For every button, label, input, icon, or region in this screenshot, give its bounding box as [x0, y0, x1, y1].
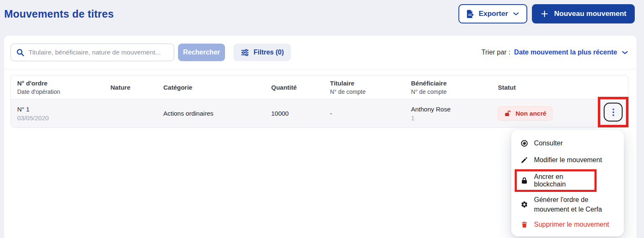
document-export-icon [465, 9, 474, 18]
table-header-row: N° d'ordre Date d'opération Nature Catég… [11, 75, 628, 99]
cell-quantity: 10000 [271, 110, 330, 117]
search-button[interactable]: Rechercher [178, 44, 225, 61]
export-button-label: Exporter [479, 10, 508, 18]
menu-item-supprimer[interactable]: Supprimer le mouvement [521, 216, 624, 233]
toolbar: Rechercher Filtres (0) Trier par : Date … [4, 36, 636, 70]
menu-item-consulter[interactable]: Consulter [521, 135, 624, 152]
menu-item-label: Supprimer le mouvement [534, 221, 609, 228]
col-header-beneficiary: Bénéficiaire [411, 80, 498, 87]
col-header-holder: Titulaire [330, 80, 411, 87]
col-header-status: Statut [498, 84, 598, 91]
cell-beneficiary-account: 1 [411, 114, 498, 122]
movements-table: N° d'ordre Date d'opération Nature Catég… [10, 75, 628, 128]
col-header-order: N° d'ordre [17, 80, 110, 87]
plus-icon [540, 10, 549, 18]
filters-button[interactable]: Filtres (0) [233, 44, 291, 61]
chevron-down-icon [621, 49, 629, 57]
menu-item-generer-ordre[interactable]: Générer l'ordre de mouvement et le Cerfa [521, 193, 624, 216]
row-context-menu: Consulter Modifier le mouvement Ancrer e… [511, 130, 624, 236]
eye-icon [521, 140, 528, 147]
col-header-order-sub: Date d'opération [17, 88, 110, 95]
kebab-menu-icon [613, 109, 614, 110]
open-padlock-icon [504, 110, 511, 117]
kebab-annotation-box [598, 97, 628, 127]
cell-operation-date: 03/05/2020 [17, 114, 110, 122]
menu-item-label: Modifier le mouvement [534, 156, 602, 164]
search-box[interactable] [10, 44, 174, 61]
export-button[interactable]: Exporter [458, 4, 527, 23]
col-header-beneficiary-sub: N° de compte [411, 88, 498, 95]
cell-order-number: N° 1 [17, 106, 110, 113]
sliders-icon [241, 48, 249, 57]
status-badge-label: Non ancré [516, 110, 546, 117]
new-movement-button[interactable]: Nouveau mouvement [532, 4, 635, 23]
new-movement-button-label: Nouveau mouvement [554, 10, 626, 18]
search-button-label: Rechercher [183, 49, 220, 56]
col-header-nature: Nature [110, 84, 163, 91]
col-header-category: Catégorie [163, 84, 271, 91]
cell-beneficiary: Anthony Rose [411, 106, 498, 113]
chevron-down-icon [512, 10, 520, 18]
top-bar: Mouvements de titres Exporter Nouveau mo… [0, 0, 644, 28]
menu-item-label: Générer l'ordre de mouvement et le Cerfa [534, 195, 618, 214]
sort-selected-value: Date mouvement la plus récente [514, 49, 617, 56]
lock-icon [521, 177, 528, 184]
col-header-holder-sub: N° de compte [330, 88, 411, 95]
cell-category: Actions ordinaires [163, 110, 271, 117]
row-actions-button[interactable] [604, 103, 623, 122]
sort-control: Trier par : Date mouvement la plus récen… [482, 49, 629, 57]
gear-icon [521, 201, 528, 208]
search-input[interactable] [29, 49, 169, 56]
pencil-icon [521, 156, 528, 164]
menu-item-ancrer-blockchain[interactable]: Ancrer en blockchain [515, 169, 597, 192]
menu-item-modifier[interactable]: Modifier le mouvement [521, 152, 624, 168]
table-row[interactable]: N° 1 03/05/2020 Actions ordinaires 10000… [11, 99, 628, 127]
menu-item-label: Ancrer en blockchain [534, 173, 591, 188]
menu-item-label: Consulter [534, 140, 563, 147]
trash-icon [521, 221, 528, 228]
cell-holder: - [330, 110, 411, 117]
col-header-quantity: Quantité [271, 84, 330, 91]
search-icon [16, 48, 25, 57]
page-title: Mouvements de titres [4, 8, 114, 20]
sort-select[interactable]: Date mouvement la plus récente [514, 49, 629, 57]
filters-button-label: Filtres (0) [254, 49, 284, 56]
status-badge: Non ancré [498, 106, 552, 121]
sort-label: Trier par : [482, 49, 510, 56]
